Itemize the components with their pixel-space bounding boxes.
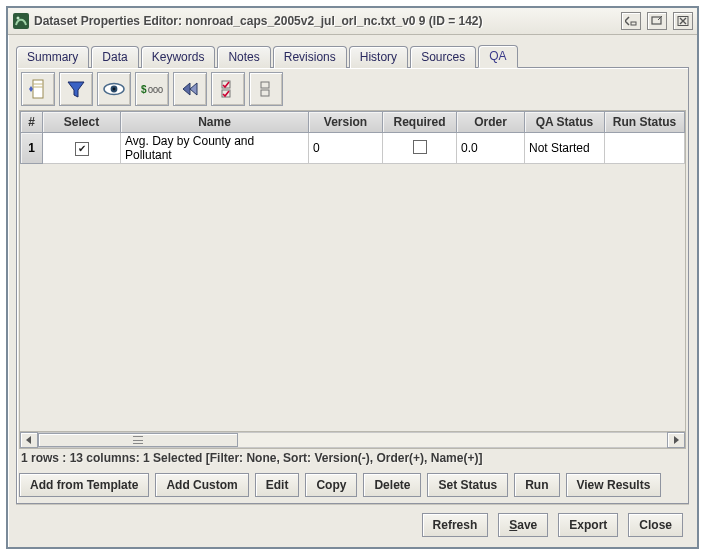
qa-table-grid: # Select Name Version Required Order QA … <box>20 111 685 164</box>
cell-row-num: 1 <box>21 133 43 164</box>
tab-keywords[interactable]: Keywords <box>141 46 216 68</box>
tab-summary[interactable]: Summary <box>16 46 89 68</box>
cell-order: 0.0 <box>457 133 525 164</box>
add-from-template-button[interactable]: Add from Template <box>19 473 149 497</box>
view-results-button[interactable]: View Results <box>566 473 662 497</box>
scroll-track[interactable] <box>38 432 667 448</box>
col-run-status[interactable]: Run Status <box>605 112 685 133</box>
cell-qa-status: Not Started <box>525 133 605 164</box>
run-button[interactable]: Run <box>514 473 559 497</box>
table-header-row: # Select Name Version Required Order QA … <box>21 112 685 133</box>
table-row[interactable]: 1 Avg. Day by County and Pollutant 0 0.0… <box>21 133 685 164</box>
cell-required[interactable] <box>383 133 457 164</box>
save-button[interactable]: Save <box>498 513 548 537</box>
dialog-button-bar: Refresh Save Export Close <box>16 504 689 541</box>
maximize-button[interactable] <box>647 12 667 30</box>
rewind-icon[interactable] <box>173 72 207 106</box>
svg-rect-15 <box>261 82 269 88</box>
col-required[interactable]: Required <box>383 112 457 133</box>
export-button[interactable]: Export <box>558 513 618 537</box>
copy-button[interactable]: Copy <box>305 473 357 497</box>
col-version[interactable]: Version <box>309 112 383 133</box>
svg-rect-0 <box>13 13 29 29</box>
svg-point-1 <box>17 17 20 20</box>
col-name[interactable]: Name <box>121 112 309 133</box>
col-qa-status[interactable]: QA Status <box>525 112 605 133</box>
tab-sources[interactable]: Sources <box>410 46 476 68</box>
table-empty-area <box>20 164 685 431</box>
delete-button[interactable]: Delete <box>363 473 421 497</box>
edit-button[interactable]: Edit <box>255 473 300 497</box>
minimize-button[interactable] <box>621 12 641 30</box>
scroll-left-icon[interactable] <box>20 432 38 448</box>
horizontal-scrollbar[interactable] <box>20 431 685 448</box>
tab-notes[interactable]: Notes <box>217 46 270 68</box>
svg-point-10 <box>113 88 116 91</box>
window-title: Dataset Properties Editor: nonroad_caps_… <box>34 14 615 28</box>
eye-icon[interactable] <box>97 72 131 106</box>
qa-panel: $000 <box>16 67 689 504</box>
format-icon[interactable]: $000 <box>135 72 169 106</box>
svg-rect-16 <box>261 90 269 96</box>
cell-version: 0 <box>309 133 383 164</box>
add-custom-button[interactable]: Add Custom <box>155 473 248 497</box>
svg-text:$: $ <box>141 84 147 95</box>
qa-table: # Select Name Version Required Order QA … <box>19 110 686 449</box>
svg-rect-2 <box>631 22 636 25</box>
select-checkbox[interactable] <box>75 142 89 156</box>
scroll-right-icon[interactable] <box>667 432 685 448</box>
table-status-line: 1 rows : 13 columns: 1 Selected [Filter:… <box>17 449 688 467</box>
svg-text:000: 000 <box>148 85 163 95</box>
tab-qa[interactable]: QA <box>478 45 517 68</box>
svg-rect-5 <box>33 80 43 98</box>
qa-toolbar: $000 <box>17 68 688 110</box>
qa-button-row: Add from Template Add Custom Edit Copy D… <box>17 467 688 503</box>
page-icon[interactable] <box>21 72 55 106</box>
properties-editor-window: Dataset Properties Editor: nonroad_caps_… <box>6 6 699 549</box>
save-button-rest: ave <box>517 518 537 532</box>
funnel-icon[interactable] <box>59 72 93 106</box>
cell-select[interactable] <box>43 133 121 164</box>
cell-run-status <box>605 133 685 164</box>
refresh-button[interactable]: Refresh <box>422 513 489 537</box>
title-bar: Dataset Properties Editor: nonroad_caps_… <box>8 8 697 35</box>
app-icon <box>12 12 30 30</box>
tab-revisions[interactable]: Revisions <box>273 46 347 68</box>
close-window-button[interactable] <box>673 12 693 30</box>
close-button[interactable]: Close <box>628 513 683 537</box>
col-select[interactable]: Select <box>43 112 121 133</box>
list-icon[interactable] <box>249 72 283 106</box>
tab-data[interactable]: Data <box>91 46 138 68</box>
scroll-thumb[interactable] <box>38 433 238 447</box>
tab-bar: Summary Data Keywords Notes Revisions Hi… <box>16 43 689 67</box>
check-icon[interactable] <box>211 72 245 106</box>
cell-name: Avg. Day by County and Pollutant <box>121 133 309 164</box>
tab-history[interactable]: History <box>349 46 408 68</box>
required-checkbox[interactable] <box>413 140 427 154</box>
col-num[interactable]: # <box>21 112 43 133</box>
col-order[interactable]: Order <box>457 112 525 133</box>
set-status-button[interactable]: Set Status <box>427 473 508 497</box>
